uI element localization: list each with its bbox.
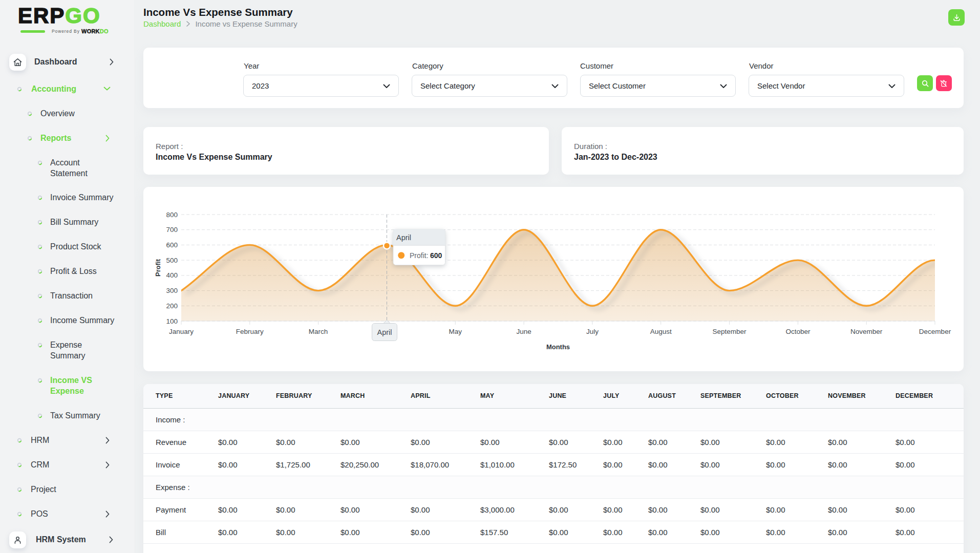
svg-text:November: November: [850, 328, 883, 335]
svg-text:Profit:: Profit:: [410, 251, 429, 260]
svg-text:January: January: [169, 328, 194, 335]
svg-text:May: May: [449, 328, 462, 335]
svg-text:700: 700: [166, 226, 178, 233]
svg-text:December: December: [919, 328, 951, 335]
svg-text:Months: Months: [546, 343, 570, 351]
svg-text:September: September: [712, 328, 747, 335]
svg-text:600: 600: [430, 251, 442, 260]
svg-text:April: April: [396, 233, 411, 242]
svg-text:300: 300: [166, 287, 178, 294]
svg-text:800: 800: [166, 211, 178, 219]
svg-text:April: April: [377, 328, 392, 336]
svg-text:600: 600: [166, 241, 178, 249]
svg-text:October: October: [785, 328, 811, 335]
svg-text:100: 100: [166, 317, 178, 325]
svg-text:400: 400: [166, 271, 178, 279]
svg-text:Profit: Profit: [154, 259, 162, 276]
svg-text:200: 200: [166, 302, 178, 310]
svg-text:500: 500: [166, 257, 178, 264]
svg-text:June: June: [516, 328, 531, 335]
svg-text:March: March: [309, 328, 328, 335]
svg-text:February: February: [236, 328, 264, 335]
svg-text:August: August: [650, 328, 672, 335]
svg-text:July: July: [586, 328, 599, 335]
